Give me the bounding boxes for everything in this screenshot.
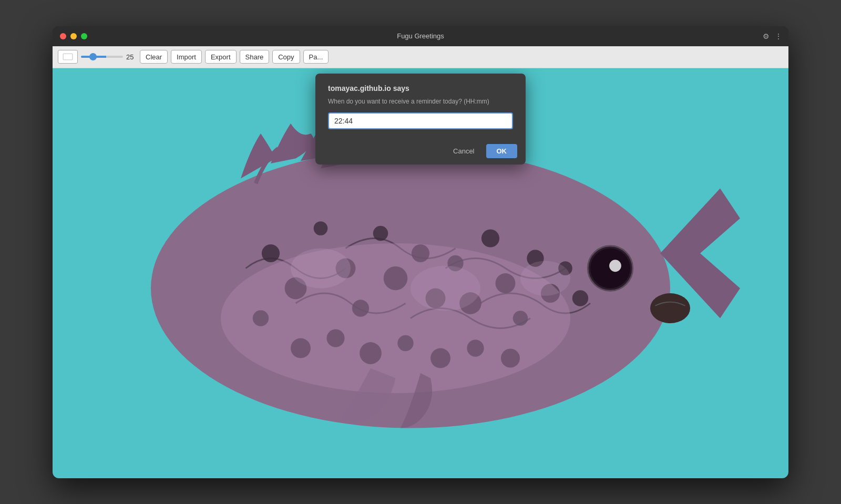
dialog-overlay: tomayac.github.io says When do you want … [53, 68, 788, 478]
dialog-cancel-button[interactable]: Cancel [447, 144, 480, 158]
browser-window: Fugu Greetings ⚙ ⋮ 25 Clear Import Expor… [53, 26, 788, 478]
window-title: Fugu Greetings [397, 32, 444, 40]
clear-button[interactable]: Clear [140, 50, 168, 64]
slider-value: 25 [126, 53, 137, 61]
brush-preview [58, 50, 78, 64]
traffic-lights [60, 33, 87, 39]
slider-container: 25 [81, 53, 137, 61]
dialog-message: When do you want to receive a reminder t… [328, 98, 513, 105]
dialog-time-input[interactable] [328, 112, 513, 129]
extensions-icon[interactable]: ⚙ [763, 32, 770, 40]
export-button[interactable]: Export [205, 50, 237, 64]
title-bar-icons: ⚙ ⋮ [763, 32, 782, 40]
copy-button[interactable]: Copy [272, 50, 300, 64]
dialog-ok-button[interactable]: OK [486, 144, 518, 158]
import-button[interactable]: Import [171, 50, 202, 64]
dialog-origin: tomayac.github.io says [328, 84, 513, 92]
content-area: tomayac.github.io says When do you want … [53, 68, 788, 478]
menu-icon[interactable]: ⋮ [775, 32, 782, 40]
dialog: tomayac.github.io says When do you want … [315, 74, 526, 164]
maximize-button[interactable] [81, 33, 87, 39]
toolbar: 25 Clear Import Export Share Copy Pa... [53, 46, 788, 68]
brush-preview-svg [63, 53, 73, 61]
brush-size-slider[interactable] [81, 56, 123, 58]
minimize-button[interactable] [70, 33, 77, 39]
dialog-body: tomayac.github.io says When do you want … [315, 74, 526, 138]
title-bar: Fugu Greetings ⚙ ⋮ [53, 26, 788, 46]
share-button[interactable]: Share [240, 50, 270, 64]
close-button[interactable] [60, 33, 66, 39]
dialog-footer: Cancel OK [315, 138, 526, 164]
paste-button[interactable]: Pa... [303, 50, 329, 64]
svg-rect-1 [64, 54, 72, 59]
